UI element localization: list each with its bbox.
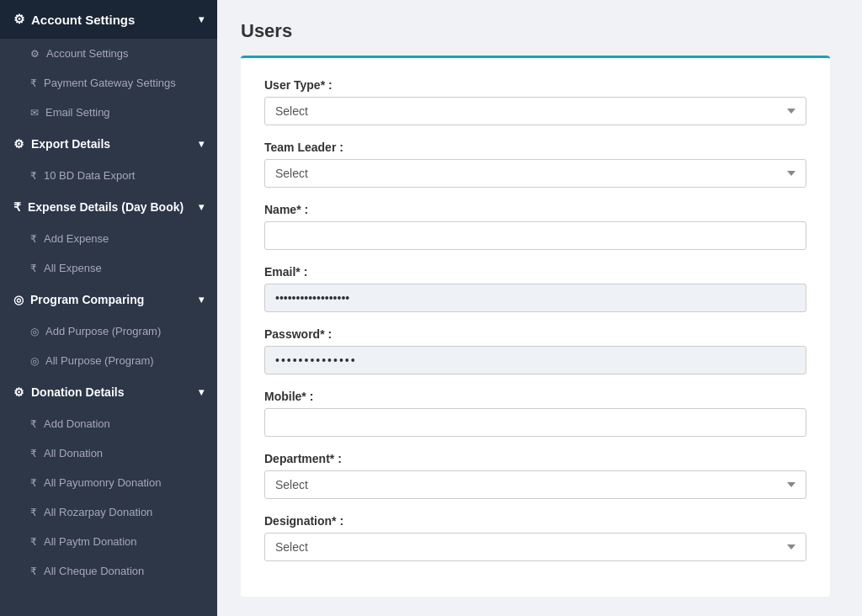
user-type-select[interactable]: Select (264, 97, 806, 125)
sidebar-account-settings-header[interactable]: ⚙ Account Settings ▾ (0, 0, 217, 39)
rupee-icon: ₹ (30, 477, 37, 489)
chevron-down-icon: ▾ (199, 13, 204, 25)
password-input[interactable] (264, 346, 806, 374)
email-icon: ✉ (30, 107, 39, 119)
target-icon: ◎ (30, 326, 39, 337)
sidebar-expense-details-header[interactable]: ₹ Expense Details (Day Book) ▾ (0, 190, 217, 224)
name-label: Name* : (264, 203, 806, 216)
target-icon: ◎ (13, 293, 24, 306)
user-type-label: User Type* : (264, 78, 806, 92)
password-label: Password* : (264, 327, 806, 341)
sidebar-item-add-donation[interactable]: ₹ Add Donation (0, 409, 217, 438)
sidebar: ⚙ Account Settings ▾ ⚙ Account Settings … (0, 0, 217, 616)
rupee-icon: ₹ (30, 507, 37, 518)
main-content: Users User Type* : Select Team Leader : … (217, 0, 862, 616)
sidebar-item-all-paytm-donation[interactable]: ₹ All Paytm Donation (0, 527, 217, 556)
department-label: Department* : (264, 452, 806, 465)
designation-group: Designation* : Select (264, 514, 806, 561)
rupee-icon: ₹ (30, 233, 37, 245)
page-title: Users (241, 20, 838, 42)
sidebar-item-add-purpose[interactable]: ◎ Add Purpose (Program) (0, 316, 217, 346)
chevron-down-icon: ▾ (199, 201, 204, 213)
name-group: Name* : (264, 203, 806, 250)
department-group: Department* : Select (264, 452, 806, 499)
sidebar-item-account-settings[interactable]: ⚙ Account Settings (0, 39, 217, 68)
sidebar-donation-details-header[interactable]: ⚙ Donation Details ▾ (0, 375, 217, 409)
sidebar-item-payment-gateway[interactable]: ₹ Payment Gateway Settings (0, 68, 217, 98)
rupee-icon: ₹ (30, 536, 37, 548)
sidebar-item-all-rozarpay-donation[interactable]: ₹ All Rozarpay Donation (0, 497, 217, 527)
team-leader-select[interactable]: Select (264, 159, 806, 188)
gear-small-icon: ⚙ (30, 48, 40, 60)
rupee-icon: ₹ (13, 200, 21, 214)
target-icon: ◎ (30, 355, 39, 367)
user-type-group: User Type* : Select (264, 78, 806, 125)
team-leader-group: Team Leader : Select (264, 141, 806, 188)
rupee-icon: ₹ (30, 263, 37, 274)
gear-icon: ⚙ (13, 137, 24, 151)
designation-select[interactable]: Select (264, 533, 806, 561)
mobile-label: Mobile* : (264, 390, 806, 403)
chevron-down-icon: ▾ (199, 386, 204, 398)
rupee-icon: ₹ (30, 170, 37, 182)
sidebar-program-comparing-header[interactable]: ◎ Program Comparing ▾ (0, 283, 217, 316)
email-group: Email* : (264, 265, 806, 312)
mobile-group: Mobile* : (264, 390, 806, 437)
sidebar-item-all-donation[interactable]: ₹ All Donation (0, 438, 217, 468)
sidebar-account-settings-label: Account Settings (31, 13, 135, 27)
sidebar-item-all-cheque-donation[interactable]: ₹ All Cheque Donation (0, 556, 217, 586)
department-select[interactable]: Select (264, 470, 806, 499)
users-form-card: User Type* : Select Team Leader : Select… (241, 56, 830, 597)
gear-icon: ⚙ (13, 385, 24, 399)
sidebar-item-all-expense[interactable]: ₹ All Expense (0, 253, 217, 283)
rupee-icon: ₹ (30, 418, 37, 430)
sidebar-item-add-expense[interactable]: ₹ Add Expense (0, 224, 217, 253)
sidebar-export-details-header[interactable]: ⚙ Export Details ▾ (0, 127, 217, 161)
password-group: Password* : (264, 327, 806, 374)
designation-label: Designation* : (264, 514, 806, 528)
team-leader-label: Team Leader : (264, 141, 806, 154)
chevron-down-icon: ▾ (199, 138, 204, 150)
email-input[interactable] (264, 284, 806, 312)
sidebar-item-email-setting[interactable]: ✉ Email Setting (0, 98, 217, 127)
email-label: Email* : (264, 265, 806, 279)
gear-icon: ⚙ (13, 12, 24, 27)
rupee-icon: ₹ (30, 77, 37, 89)
sidebar-item-10bd-export[interactable]: ₹ 10 BD Data Export (0, 161, 217, 190)
rupee-icon: ₹ (30, 448, 37, 459)
rupee-icon: ₹ (30, 566, 37, 577)
chevron-down-icon: ▾ (199, 294, 204, 305)
sidebar-item-all-payumonry-donation[interactable]: ₹ All Payumonry Donation (0, 468, 217, 497)
name-input[interactable] (264, 221, 806, 250)
mobile-input[interactable] (264, 408, 806, 437)
sidebar-item-all-purpose[interactable]: ◎ All Purpose (Program) (0, 346, 217, 375)
